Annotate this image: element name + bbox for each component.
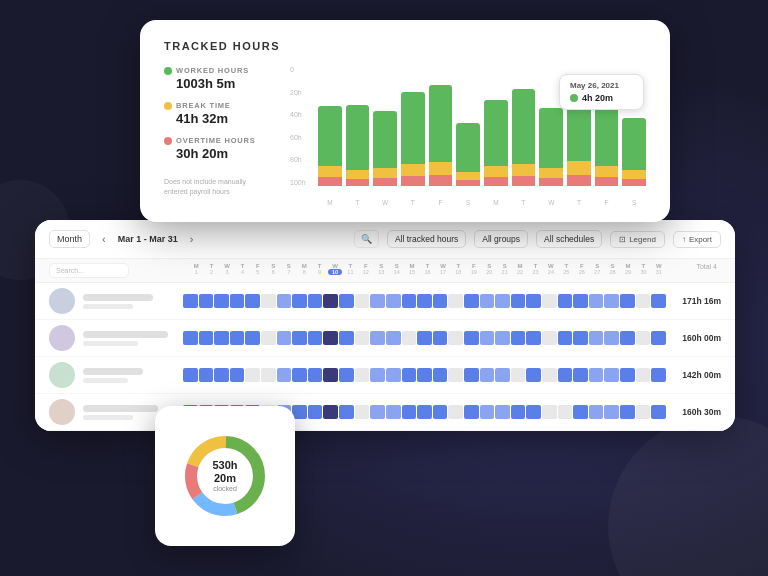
export-button[interactable]: ↑ Export: [673, 231, 721, 248]
tooltip-dot: [570, 94, 578, 102]
bar-pink: [595, 177, 619, 186]
day-cell-1-19: [480, 331, 495, 345]
bar-yellow: [484, 166, 508, 177]
day-cell-0-19: [480, 294, 495, 308]
table-row-0: 171h 16m: [35, 283, 735, 320]
bar-yellow: [456, 172, 480, 180]
day-col-8: T9: [312, 263, 326, 278]
month-button[interactable]: Month: [49, 230, 90, 248]
x-label-11: S: [622, 199, 646, 206]
bar-green: [373, 111, 397, 168]
day-col-25: F26: [575, 263, 589, 278]
bar-yellow: [622, 170, 646, 179]
search-placeholder: Search...: [56, 267, 84, 274]
avatar-2: [49, 362, 75, 388]
name-bar: [83, 294, 153, 301]
row-total-3: 160h 30m: [666, 407, 721, 417]
day-cell-2-2: [214, 368, 229, 382]
day-cell-0-6: [277, 294, 292, 308]
day-cell-1-16: [433, 331, 448, 345]
schedules-filter-btn[interactable]: All schedules: [536, 230, 602, 248]
table-toolbar: Month ‹ Mar 1 - Mar 31 › 🔍 All tracked h…: [35, 220, 735, 259]
day-col-5: S6: [266, 263, 280, 278]
day-col-28: M29: [621, 263, 635, 278]
day-cell-1-5: [261, 331, 276, 345]
search-input-box[interactable]: Search...: [49, 263, 129, 278]
name-bar: [83, 331, 168, 338]
hours-filter-btn[interactable]: All tracked hours: [387, 230, 466, 248]
table-row-1: 160h 00m: [35, 320, 735, 357]
bar-pink: [622, 179, 646, 186]
bar-green: [401, 92, 425, 164]
day-cell-1-2: [214, 331, 229, 345]
bar-pink: [484, 177, 508, 186]
day-cell-2-17: [448, 368, 463, 382]
day-cell-3-29: [636, 405, 651, 419]
day-cell-0-16: [433, 294, 448, 308]
search-box[interactable]: 🔍: [354, 230, 379, 248]
day-cell-2-11: [355, 368, 370, 382]
groups-filter-btn[interactable]: All groups: [474, 230, 528, 248]
day-cell-3-30: [651, 405, 666, 419]
day-cell-1-26: [589, 331, 604, 345]
day-cell-1-11: [355, 331, 370, 345]
table-row-2: 142h 00m: [35, 357, 735, 394]
overtime-value: 30h 20m: [164, 146, 274, 161]
export-icon: ↑: [682, 235, 686, 244]
day-cell-3-11: [355, 405, 370, 419]
row-total-2: 142h 00m: [666, 370, 721, 380]
day-cell-3-12: [370, 405, 385, 419]
legend-button[interactable]: ⊡ Legend: [610, 231, 665, 248]
overtime-dot: [164, 137, 172, 145]
x-label-8: W: [539, 199, 563, 206]
day-cell-0-13: [386, 294, 401, 308]
bar-pink: [429, 175, 453, 186]
day-col-29: T30: [636, 263, 650, 278]
day-cell-0-24: [558, 294, 573, 308]
bar-pink: [373, 178, 397, 186]
bar-green: [318, 106, 342, 166]
period-selector[interactable]: Month: [49, 230, 90, 248]
day-cell-3-9: [323, 405, 338, 419]
tracked-hours-body: WORKED HOURS 1003h 5m BREAK TIME 41h 32m…: [164, 66, 646, 206]
bar-green: [456, 123, 480, 172]
day-cell-2-22: [526, 368, 541, 382]
day-cell-1-14: [402, 331, 417, 345]
worked-value: 1003h 5m: [164, 76, 274, 91]
day-cell-0-8: [308, 294, 323, 308]
day-cell-0-14: [402, 294, 417, 308]
bar-group-6: [484, 66, 508, 186]
day-cell-2-20: [495, 368, 510, 382]
day-cell-3-13: [386, 405, 401, 419]
bar-group-2: [373, 66, 397, 186]
day-cell-2-14: [402, 368, 417, 382]
prev-arrow[interactable]: ‹: [98, 231, 110, 247]
day-col-3: T4: [235, 263, 249, 278]
break-value: 41h 32m: [164, 111, 274, 126]
day-cell-1-15: [417, 331, 432, 345]
x-axis-labels: MTWTFSMTWTFS: [318, 199, 646, 206]
day-col-0: M1: [189, 263, 203, 278]
day-col-15: T16: [420, 263, 434, 278]
day-cell-0-10: [339, 294, 354, 308]
name-bar2: [83, 304, 133, 309]
day-cell-0-27: [604, 294, 619, 308]
row-total-1: 160h 00m: [666, 333, 721, 343]
next-arrow[interactable]: ›: [186, 231, 198, 247]
day-cell-1-29: [636, 331, 651, 345]
day-col-26: S27: [590, 263, 604, 278]
day-cell-0-30: [651, 294, 666, 308]
name-col-0: [83, 294, 183, 309]
day-cell-2-9: [323, 368, 338, 382]
bar-pink: [456, 180, 480, 186]
worked-dot: [164, 67, 172, 75]
day-cell-1-23: [542, 331, 557, 345]
day-col-6: S7: [282, 263, 296, 278]
day-cell-2-4: [245, 368, 260, 382]
day-cell-2-26: [589, 368, 604, 382]
bar-pink: [539, 178, 563, 186]
donut-card: 530h 20m clocked: [155, 406, 295, 546]
x-label-9: T: [567, 199, 591, 206]
day-cell-1-4: [245, 331, 260, 345]
day-cell-1-24: [558, 331, 573, 345]
